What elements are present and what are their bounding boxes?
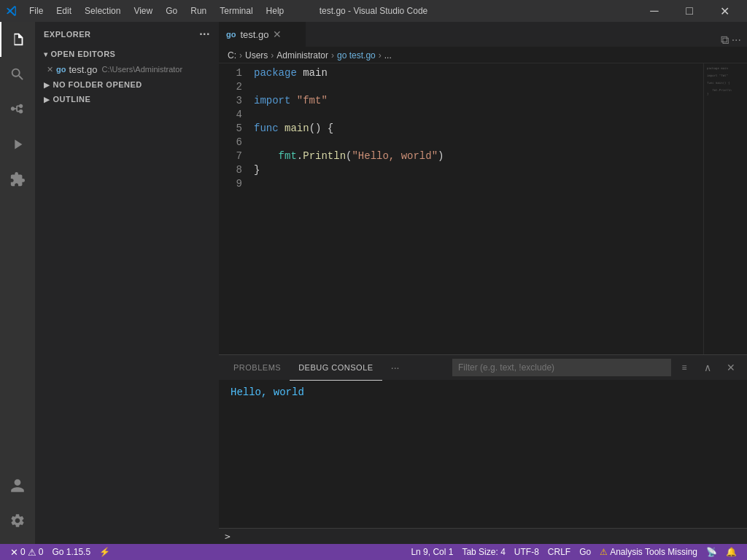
- tab-bar: go test.go ✕ ⧉ ···: [219, 22, 747, 47]
- no-folder-arrow: ▶: [44, 81, 50, 89]
- analysis-warning-icon: ⚠: [600, 547, 608, 557]
- status-lightning[interactable]: ⚡: [95, 544, 115, 560]
- status-line-ending[interactable]: CRLF: [543, 544, 575, 560]
- sidebar-header: Explorer ···: [35, 22, 219, 47]
- activity-search[interactable]: [0, 57, 35, 92]
- warning-icon-status: ⚠: [28, 547, 36, 558]
- sidebar-more-button[interactable]: ···: [199, 28, 210, 41]
- warning-count: 0: [39, 547, 44, 557]
- activity-settings[interactable]: [0, 503, 35, 538]
- menu-selection[interactable]: Selection: [79, 4, 126, 18]
- minimap: package mainimport "fmt"func main() { fm…: [703, 63, 747, 354]
- open-editors-label: Open Editors: [51, 50, 116, 58]
- panel-action-buttons: ≡ ∧ ✕: [452, 357, 741, 378]
- lightning-icon: ⚡: [99, 547, 110, 557]
- scroll-up-button[interactable]: ∧: [697, 357, 718, 378]
- activity-source-control[interactable]: [0, 92, 35, 127]
- breadcrumb-drive[interactable]: C:: [228, 50, 236, 61]
- clear-output-button[interactable]: ≡: [674, 357, 694, 378]
- menu-file[interactable]: File: [23, 4, 49, 18]
- main-area: Explorer ··· ▾ Open Editors ✕ go test.go…: [0, 22, 747, 544]
- code-line-5: func main() {: [254, 122, 703, 136]
- activity-extensions[interactable]: [0, 162, 35, 197]
- activity-account[interactable]: [0, 468, 35, 503]
- error-count: 0: [20, 547, 26, 557]
- console-output: Hello, world: [231, 386, 304, 398]
- code-line-6: [254, 136, 703, 149]
- code-editor[interactable]: 123456789 package main import "fmt" func…: [219, 63, 747, 354]
- status-cursor-position[interactable]: Ln 9, Col 1: [406, 544, 457, 560]
- go-file-icon: go: [56, 65, 66, 74]
- sidebar-title: Explorer: [44, 30, 91, 39]
- code-line-2: [254, 80, 703, 94]
- outline-section[interactable]: ▶ Outline: [35, 92, 219, 106]
- status-go-version[interactable]: Go 1.15.5: [47, 544, 95, 560]
- title-bar-controls: ─ □ ✕: [638, 0, 741, 22]
- line-ending-text: CRLF: [548, 547, 570, 557]
- code-content[interactable]: package main import "fmt" func main() { …: [248, 63, 703, 354]
- vscode-icon: [6, 5, 18, 17]
- close-button[interactable]: ✕: [708, 0, 741, 22]
- menu-help[interactable]: Help: [260, 4, 290, 18]
- status-right-items: Ln 9, Col 1 Tab Size: 4 UTF-8 CRLF Go ⚠ …: [406, 544, 741, 560]
- code-line-7: fmt.Println("Hello, world"): [254, 149, 703, 163]
- tab-go-icon: go: [226, 30, 236, 39]
- code-line-8: }: [254, 163, 703, 177]
- terminal-prompt-bar[interactable]: >: [219, 528, 747, 544]
- panel-content: Hello, world: [219, 381, 747, 528]
- breadcrumb-users[interactable]: Users: [245, 50, 268, 61]
- more-editor-actions[interactable]: ···: [732, 34, 741, 47]
- panel-tabs: PROBLEMS DEBUG CONSOLE ··· ≡ ∧ ✕: [219, 355, 747, 381]
- breadcrumb-file[interactable]: go test.go: [337, 50, 376, 61]
- open-file-testgo[interactable]: ✕ go test.go C:\Users\Administrator: [35, 61, 219, 77]
- cursor-position-text: Ln 9, Col 1: [411, 547, 453, 557]
- tab-filename: test.go: [240, 29, 268, 40]
- panel-tab-debug-console[interactable]: DEBUG CONSOLE: [290, 355, 382, 381]
- activity-explorer[interactable]: [0, 22, 35, 57]
- menu-go[interactable]: Go: [160, 4, 183, 18]
- activity-bottom-icons: [0, 468, 35, 538]
- menu-bar: File Edit Selection View Go Run Terminal…: [23, 4, 290, 18]
- split-editor-button[interactable]: ⧉: [721, 34, 729, 47]
- broadcast-icon: 📡: [706, 547, 717, 557]
- status-encoding[interactable]: UTF-8: [510, 544, 543, 560]
- status-tab-size[interactable]: Tab Size: 4: [457, 544, 509, 560]
- breadcrumb: C: › Users › Administrator › go test.go …: [219, 47, 747, 63]
- terminal-prompt: >: [225, 531, 231, 542]
- close-file-icon[interactable]: ✕: [47, 65, 53, 74]
- filter-input[interactable]: [452, 359, 671, 376]
- error-icon: ✕: [10, 547, 18, 558]
- tab-close-icon[interactable]: ✕: [273, 28, 282, 40]
- no-folder-section[interactable]: ▶ No Folder Opened: [35, 77, 219, 92]
- status-errors[interactable]: ✕ 0 ⚠ 0: [6, 544, 47, 560]
- tab-size-text: Tab Size: 4: [462, 547, 505, 557]
- close-panel-button[interactable]: ✕: [721, 357, 741, 378]
- no-folder-label: No Folder Opened: [53, 80, 142, 89]
- status-analysis-warning[interactable]: ⚠ Analysis Tools Missing: [595, 544, 702, 560]
- panel-tab-problems[interactable]: PROBLEMS: [225, 355, 290, 381]
- notification-icon: 🔔: [726, 547, 737, 557]
- code-line-4: [254, 108, 703, 122]
- status-language[interactable]: Go: [575, 544, 595, 560]
- status-bar: ✕ 0 ⚠ 0 Go 1.15.5 ⚡ Ln 9, Col 1 Tab Size…: [0, 544, 747, 560]
- status-broadcast[interactable]: 📡: [702, 544, 721, 560]
- maximize-button[interactable]: □: [673, 0, 706, 22]
- activity-run-debug[interactable]: [0, 127, 35, 162]
- menu-run[interactable]: Run: [185, 4, 212, 18]
- go-version-text: Go 1.15.5: [52, 547, 90, 557]
- menu-view[interactable]: View: [128, 4, 158, 18]
- breadcrumb-ellipsis[interactable]: ...: [384, 50, 392, 61]
- panel-more-actions[interactable]: ···: [385, 357, 406, 378]
- status-notification[interactable]: 🔔: [721, 544, 741, 560]
- minimize-button[interactable]: ─: [638, 0, 671, 22]
- editor-tab-testgo[interactable]: go test.go ✕: [219, 22, 306, 47]
- bottom-panel: PROBLEMS DEBUG CONSOLE ··· ≡ ∧ ✕ Hello, …: [219, 354, 747, 544]
- open-editors-section[interactable]: ▾ Open Editors: [35, 47, 219, 61]
- menu-edit[interactable]: Edit: [50, 4, 77, 18]
- activity-bar: [0, 22, 35, 544]
- menu-terminal[interactable]: Terminal: [214, 4, 258, 18]
- breadcrumb-admin[interactable]: Administrator: [276, 50, 328, 61]
- code-line-1: package main: [254, 66, 703, 80]
- title-bar: File Edit Selection View Go Run Terminal…: [0, 0, 747, 22]
- code-line-3: import "fmt": [254, 94, 703, 108]
